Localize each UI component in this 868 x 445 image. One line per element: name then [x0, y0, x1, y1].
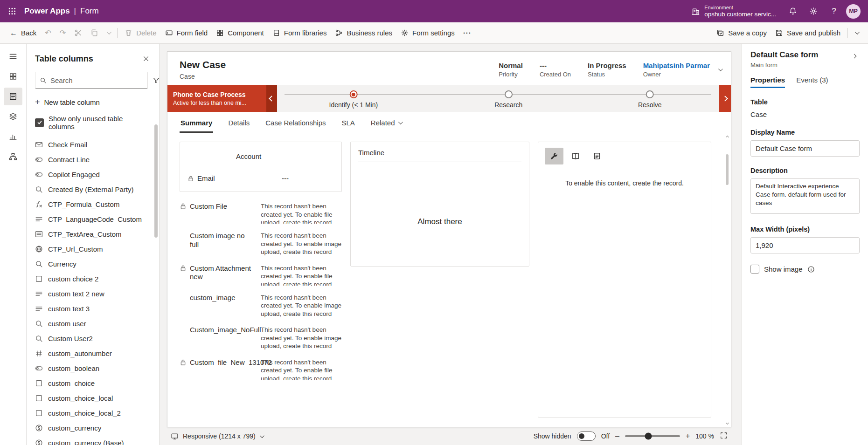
environment-picker[interactable]: Environment opshub customer servic... [691, 5, 776, 18]
column-list-item[interactable]: custom text 3 [35, 301, 154, 316]
search-input[interactable] [50, 76, 143, 84]
column-list-item[interactable]: Created By (External Party) [35, 182, 154, 197]
column-list-item[interactable]: custom_choice_local_2 [35, 405, 154, 420]
bpf-next-stage-button[interactable] [719, 85, 731, 112]
column-list-item[interactable]: custom user [35, 316, 154, 331]
viewport-selector[interactable]: Responsive (1214 x 799) [171, 432, 263, 440]
form-field-row[interactable]: custom_imageThis record hasn't been crea… [180, 294, 342, 318]
save-split-dropdown[interactable] [851, 25, 862, 41]
panel-scrollbar[interactable] [154, 124, 158, 238]
column-list-item[interactable]: custom text 2 new [35, 286, 154, 301]
rail-data-button[interactable] [4, 108, 22, 125]
app-name[interactable]: Power Apps [24, 7, 70, 16]
settings-gear-icon[interactable] [803, 0, 824, 22]
max-width-input[interactable] [750, 237, 860, 253]
header-field[interactable]: NormalPriority [499, 62, 523, 78]
description-input[interactable]: Default Interactive experience Case form… [750, 178, 860, 214]
waffle-menu-icon[interactable] [2, 0, 22, 22]
timeline-card[interactable]: Timeline Almost there [350, 142, 529, 267]
column-list-item[interactable]: custom choice 2 [35, 271, 154, 286]
close-icon[interactable] [139, 52, 153, 65]
column-list-item[interactable]: Custom User2 [35, 331, 154, 346]
show-image-option[interactable]: Show image [750, 265, 860, 274]
form-field-row[interactable]: Custom image no fullThis record hasn't b… [180, 232, 342, 256]
column-list-item[interactable]: custom_choice [35, 376, 154, 390]
zoom-out-button[interactable]: – [615, 432, 619, 440]
form-field-row[interactable]: Custom FileThis record hasn't been creat… [180, 202, 342, 224]
redo-button[interactable]: ↷ [56, 25, 70, 41]
paste-dropdown-button[interactable] [103, 25, 114, 41]
copy-button[interactable] [86, 25, 103, 41]
stage-dot-icon[interactable] [505, 90, 513, 98]
form-field-button[interactable]: Form field [161, 25, 212, 41]
show-hidden-toggle[interactable] [577, 431, 596, 441]
header-field-value[interactable]: Mahipatsinh Parmar [643, 62, 710, 69]
bpf-collapse-button[interactable] [266, 85, 277, 112]
column-list-item[interactable]: custom_autonumber [35, 346, 154, 361]
component-button[interactable]: Component [212, 25, 268, 41]
rail-menu-button[interactable] [4, 48, 22, 65]
header-field[interactable]: Mahipatsinh ParmarOwner [643, 62, 710, 78]
business-rules-button[interactable]: Business rules [331, 25, 396, 41]
bpf-stage[interactable]: Resolve [638, 85, 662, 109]
search-box[interactable] [35, 72, 148, 89]
display-name-input[interactable] [750, 140, 860, 157]
scroll-up-icon[interactable] [725, 136, 729, 139]
column-list-item[interactable]: Check Email [35, 137, 154, 152]
zoom-slider[interactable] [625, 435, 680, 437]
form-tab-summary[interactable]: Summary [180, 119, 213, 133]
form-tab-sla[interactable]: SLA [340, 119, 355, 133]
column-list-item[interactable]: custom_currency [35, 420, 154, 435]
fit-to-screen-icon[interactable] [720, 431, 728, 441]
help-icon[interactable]: ? [824, 0, 844, 22]
form-tab-case-relationships[interactable]: Case Relationships [264, 119, 326, 133]
column-list-item[interactable]: Contract Line [35, 152, 154, 167]
header-field[interactable]: ---Created On [540, 62, 571, 78]
column-list-item[interactable]: Currency [35, 256, 154, 271]
unused-columns-filter[interactable]: Show only unused table columns [27, 111, 159, 135]
wrench-tool-button[interactable] [545, 148, 563, 164]
scrollbar-thumb[interactable] [726, 154, 729, 185]
checkbox-unchecked[interactable] [750, 265, 759, 274]
form-tab-details[interactable]: Details [227, 119, 250, 133]
bpf-banner[interactable]: Phone to Case Process Active for less th… [167, 85, 266, 112]
bpf-stage[interactable]: Identify (< 1 Min) [329, 85, 378, 109]
columns-tool-button[interactable] [566, 148, 585, 164]
tab-events-3-[interactable]: Events (3) [796, 76, 828, 88]
stage-dot-icon[interactable] [646, 90, 654, 98]
form-settings-button[interactable]: Form settings [396, 25, 459, 41]
info-icon[interactable] [807, 266, 815, 273]
form-field-row[interactable]: Custom Attachment newThis record hasn't … [180, 264, 342, 286]
header-expand-chevron-icon[interactable] [718, 67, 723, 71]
bpf-stage[interactable]: Research [494, 85, 522, 109]
save-publish-button[interactable]: Save and publish [771, 25, 845, 41]
email-field-row[interactable]: Email --- [187, 174, 334, 182]
column-list-item[interactable]: CTP_TextArea_Custom [35, 226, 154, 241]
column-list-item[interactable]: custom_boolean [35, 361, 154, 376]
column-list-item[interactable]: custom_choice_local [35, 390, 154, 405]
column-list-item[interactable]: custom_currency (Base) [35, 435, 154, 445]
form-field-row[interactable]: Custom_file_New_131072This record hasn't… [180, 358, 342, 380]
new-table-column-button[interactable]: + New table column [27, 93, 159, 111]
checkbox-checked[interactable] [35, 118, 44, 127]
header-field[interactable]: In ProgressStatus [588, 62, 626, 78]
rail-insights-button[interactable] [4, 128, 22, 145]
delete-button[interactable]: Delete [120, 25, 160, 41]
rail-pages-button[interactable] [4, 68, 22, 85]
zoom-in-button[interactable]: + [686, 432, 690, 440]
column-list-item[interactable]: CTP_Url_Custom [35, 241, 154, 256]
note-tool-button[interactable] [588, 148, 606, 164]
overflow-menu-button[interactable]: ··· [459, 25, 476, 41]
record-title[interactable]: New Case [180, 59, 226, 70]
scroll-down-icon[interactable] [725, 421, 729, 424]
form-tab-related[interactable]: Related [370, 119, 403, 133]
panel-collapse-button[interactable] [848, 50, 860, 62]
account-card[interactable]: Account Email --- [180, 142, 342, 192]
form-field-row[interactable]: Custom_image_NoFullThis record hasn't be… [180, 326, 342, 350]
column-list-item[interactable]: CTP_Formula_Custom [35, 197, 154, 212]
column-list-item[interactable]: CTP_LanguageCode_Custom [35, 212, 154, 226]
form-libraries-button[interactable]: Form libraries [268, 25, 331, 41]
canvas-scrollbar[interactable] [724, 136, 730, 424]
back-button[interactable]: ← Back [6, 25, 41, 41]
rail-tree-button[interactable] [4, 148, 22, 165]
